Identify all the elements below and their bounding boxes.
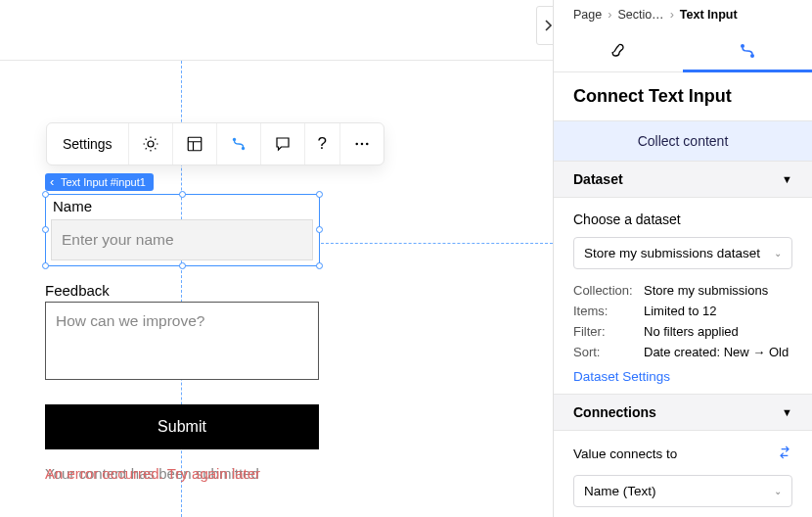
- crumb-section[interactable]: Sectio…: [617, 8, 663, 22]
- canvas-top-bar: [0, 0, 553, 61]
- layout-button[interactable]: [173, 123, 217, 164]
- meta-key: Items:: [573, 304, 644, 318]
- swap-button[interactable]: [777, 445, 792, 463]
- resize-handle[interactable]: [42, 226, 49, 233]
- connect-button[interactable]: [217, 123, 261, 164]
- help-button[interactable]: ?: [305, 123, 340, 164]
- svg-point-6: [741, 44, 744, 48]
- name-label: Name: [53, 198, 92, 214]
- crumb-page[interactable]: Page: [573, 8, 602, 22]
- layout-icon: [186, 135, 203, 153]
- svg-point-1: [232, 138, 235, 141]
- connections-header-label: Connections: [573, 404, 656, 420]
- value-connects-label: Value connects to: [573, 446, 677, 461]
- crumb-current: Text Input: [680, 8, 738, 22]
- meta-value: No filters applied: [644, 324, 792, 339]
- chevron-right-icon: ›: [608, 8, 611, 22]
- gear-button[interactable]: [129, 123, 173, 164]
- more-button[interactable]: [340, 123, 383, 164]
- value-field-dropdown[interactable]: Name (Text) ⌄: [573, 475, 792, 507]
- question-icon: ?: [318, 134, 327, 154]
- connect-icon: [738, 41, 757, 61]
- meta-key: Sort:: [573, 345, 644, 359]
- comment-button[interactable]: [261, 123, 305, 164]
- dataset-settings-link[interactable]: Dataset Settings: [573, 369, 670, 384]
- meta-value: Limited to 12: [644, 304, 792, 318]
- inspector-panel: Page › Sectio… › Text Input Connect Text…: [553, 0, 812, 517]
- choose-dataset-label: Choose a dataset: [573, 212, 792, 227]
- meta-value: Store my submissions: [644, 283, 792, 298]
- chevron-right-icon: [545, 20, 553, 31]
- dataset-dropdown-value: Store my submissions dataset: [584, 246, 760, 260]
- svg-point-3: [356, 143, 359, 146]
- feedback-label: Feedback: [45, 282, 110, 299]
- connections-section-body: Value connects to Name (Text) ⌄: [554, 431, 812, 517]
- resize-handle[interactable]: [42, 191, 49, 198]
- dataset-section-header[interactable]: Dataset ▼: [554, 162, 812, 198]
- swap-icon: [777, 445, 792, 460]
- svg-point-2: [241, 147, 244, 150]
- value-field-value: Name (Text): [584, 484, 656, 498]
- editor-canvas: Settings ? Text Input #input1 Name En: [0, 0, 553, 517]
- error-message: An error occurred. Try again later: [45, 465, 260, 482]
- chevron-down-icon: ⌄: [774, 248, 782, 258]
- resize-handle[interactable]: [179, 262, 186, 269]
- dataset-header-label: Dataset: [573, 171, 623, 187]
- settings-button[interactable]: Settings: [47, 123, 129, 164]
- element-toolbar: Settings ?: [46, 122, 384, 165]
- svg-point-5: [366, 143, 369, 146]
- tab-design[interactable]: [554, 30, 683, 71]
- resize-handle[interactable]: [42, 262, 49, 269]
- feedback-textarea[interactable]: How can we improve?: [45, 302, 319, 380]
- collect-content-button[interactable]: Collect content: [554, 120, 812, 162]
- comment-icon: [274, 135, 292, 153]
- chevron-right-icon: ›: [670, 8, 674, 22]
- dataset-dropdown[interactable]: Store my submissions dataset ⌄: [573, 237, 792, 269]
- connect-icon: [230, 135, 248, 153]
- connection-guide-line: [321, 243, 553, 244]
- svg-point-7: [750, 54, 754, 58]
- status-messages: Your content has been submitted An error…: [45, 465, 319, 485]
- submit-button[interactable]: Submit: [45, 404, 319, 449]
- caret-down-icon: ▼: [782, 173, 792, 185]
- gear-icon: [142, 135, 159, 153]
- dataset-meta: Collection: Store my submissions Items: …: [573, 283, 792, 359]
- dataset-section-body: Choose a dataset Store my submissions da…: [554, 198, 812, 395]
- svg-point-4: [361, 143, 364, 146]
- svg-rect-0: [188, 137, 202, 151]
- caret-down-icon: ▼: [782, 406, 792, 418]
- meta-key: Filter:: [573, 324, 644, 339]
- meta-value: Date created: New → Old: [644, 345, 792, 359]
- resize-handle[interactable]: [179, 191, 186, 198]
- breadcrumb[interactable]: Page › Sectio… › Text Input: [554, 0, 812, 30]
- more-icon: [353, 135, 371, 153]
- resize-handle[interactable]: [316, 262, 323, 269]
- resize-handle[interactable]: [316, 191, 323, 198]
- panel-title: Connect Text Input: [554, 72, 812, 120]
- brush-icon: [609, 41, 628, 61]
- tab-connect[interactable]: [683, 30, 812, 71]
- meta-key: Collection:: [573, 283, 644, 298]
- resize-handle[interactable]: [316, 226, 323, 233]
- element-badge[interactable]: Text Input #input1: [45, 173, 154, 191]
- connections-section-header[interactable]: Connections ▼: [554, 395, 812, 431]
- chevron-down-icon: ⌄: [774, 486, 782, 496]
- panel-tabs: [554, 30, 812, 72]
